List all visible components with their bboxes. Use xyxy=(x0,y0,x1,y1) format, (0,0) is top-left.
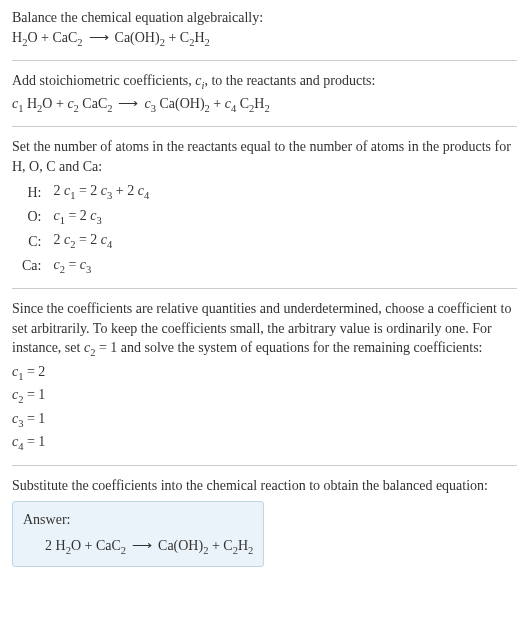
divider xyxy=(12,288,517,289)
coef-c4: c4 = 1 xyxy=(12,432,517,454)
table-row: O: c1 = 2 c3 xyxy=(16,205,155,229)
intro-section: Balance the chemical equation algebraica… xyxy=(12,8,517,50)
table-row: H: 2 c1 = 2 c3 + 2 c4 xyxy=(16,180,155,204)
row-eq-ca: c2 = c3 xyxy=(47,254,155,278)
divider xyxy=(12,465,517,466)
intro-text: Balance the chemical equation algebraica… xyxy=(12,8,517,28)
divider xyxy=(12,126,517,127)
answer-section: Substitute the coefficients into the che… xyxy=(12,476,517,568)
stoich-text: Add stoichiometric coefficients, ci, to … xyxy=(12,71,517,93)
species-h2o: H2O xyxy=(12,30,38,45)
row-label-c: C: xyxy=(16,229,47,253)
coefficient-values: c1 = 2 c2 = 1 c3 = 1 c4 = 1 xyxy=(12,362,517,455)
row-eq-o: c1 = 2 c3 xyxy=(47,205,155,229)
row-label-ca: Ca: xyxy=(16,254,47,278)
coef-c2: c2 = 1 xyxy=(12,385,517,407)
solve-text: Since the coefficients are relative quan… xyxy=(12,299,517,361)
equation-with-coeffs: c1 H2O + c2 CaC2⟶c3 Ca(OH)2 + c4 C2H2 xyxy=(12,94,517,116)
row-eq-h: 2 c1 = 2 c3 + 2 c4 xyxy=(47,180,155,204)
atom-balance-text: Set the number of atoms in the reactants… xyxy=(12,137,517,176)
species-cac2: CaC2 xyxy=(52,30,82,45)
equation-unbalanced: H2O + CaC2⟶Ca(OH)2 + C2H2 xyxy=(12,28,517,50)
row-label-h: H: xyxy=(16,180,47,204)
solve-section: Since the coefficients are relative quan… xyxy=(12,299,517,455)
balanced-equation: 2 H2O + CaC2⟶Ca(OH)2 + C2H2 xyxy=(23,536,253,558)
row-eq-c: 2 c2 = 2 c4 xyxy=(47,229,155,253)
species-caoh2: Ca(OH)2 xyxy=(115,30,165,45)
answer-label: Answer: xyxy=(23,510,253,530)
answer-box: Answer: 2 H2O + CaC2⟶Ca(OH)2 + C2H2 xyxy=(12,501,264,567)
coef-c3: c3 = 1 xyxy=(12,409,517,431)
divider xyxy=(12,60,517,61)
table-row: C: 2 c2 = 2 c4 xyxy=(16,229,155,253)
row-label-o: O: xyxy=(16,205,47,229)
species-c2h2: C2H2 xyxy=(180,30,210,45)
table-row: Ca: c2 = c3 xyxy=(16,254,155,278)
substitute-text: Substitute the coefficients into the che… xyxy=(12,476,517,496)
stoich-section: Add stoichiometric coefficients, ci, to … xyxy=(12,71,517,116)
atom-balance-section: Set the number of atoms in the reactants… xyxy=(12,137,517,278)
atom-equations-table: H: 2 c1 = 2 c3 + 2 c4 O: c1 = 2 c3 C: 2 … xyxy=(16,180,155,278)
arrow-icon: ⟶ xyxy=(83,30,115,45)
coef-c1: c1 = 2 xyxy=(12,362,517,384)
